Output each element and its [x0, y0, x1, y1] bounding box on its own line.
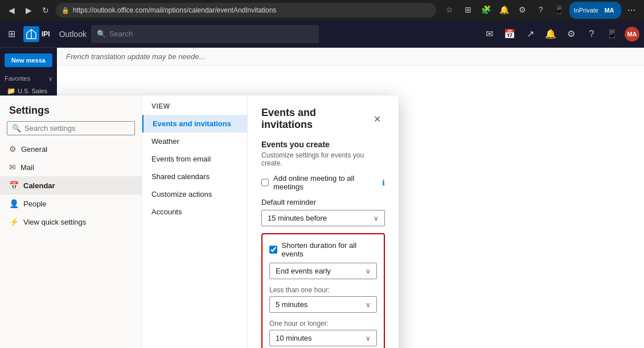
notify-button[interactable]: 🔔 [497, 2, 512, 18]
content-header-text: French translation update may be neede..… [66, 52, 205, 61]
less-than-hour-label: Less than one hour: [269, 286, 377, 294]
forward-button[interactable]: ▶ [22, 3, 35, 17]
default-reminder-label: Default reminder [261, 198, 385, 206]
main-layout: New messa Favorites ∨ 📁 U.S. Sales 📁 Dig… [0, 48, 644, 348]
settings-nav-mail[interactable]: ✉ Mail [0, 158, 142, 176]
shorten-duration-section: Shorten duration for all events End even… [261, 233, 385, 348]
settings-search-bar[interactable]: 🔍 [7, 121, 135, 135]
default-reminder-select[interactable]: 15 minutes before ∨ [261, 210, 385, 226]
star-button[interactable]: ☆ [442, 2, 458, 18]
url-bar[interactable]: 🔒 https://outlook.office.com/mail/option… [56, 3, 436, 18]
settings-content-title: Events and invitations [261, 107, 369, 131]
subnav-item-accounts[interactable]: Accounts [142, 203, 247, 221]
settings-nav-quick[interactable]: ⚡ View quick settings [0, 213, 142, 231]
grid-icon[interactable]: ⊞ [5, 25, 19, 43]
end-events-value: End events early [276, 267, 331, 275]
search-input[interactable] [109, 30, 313, 38]
logo-text: IPI [42, 30, 50, 38]
browser-bar: ◀ ▶ ↻ 🔒 https://outlook.office.com/mail/… [0, 0, 644, 20]
add-online-meeting-row: Add online meeting to all meetings ℹ [261, 174, 385, 191]
bell-icon-btn[interactable]: 🔔 [542, 25, 560, 43]
info-icon[interactable]: ℹ [382, 179, 385, 187]
settings-scrollable: Events and invitations ✕ Events you crea… [248, 96, 399, 348]
url-text: https://outlook.office.com/mail/options/… [73, 6, 276, 14]
subnav-item-events[interactable]: Events and invitations [142, 115, 247, 132]
browser-actions: ☆ ⊞ 🧩 🔔 ⚙ ? 📱 InPrivate MA ··· [442, 2, 639, 19]
mail-icon: ✉ [9, 163, 16, 172]
mail-icon-btn[interactable]: ✉ [480, 25, 498, 43]
settings-nav: Settings 🔍 ⚙ General ✉ Mail 📅 Calendar [0, 96, 142, 348]
settings-content-wrapper: Events and invitations ✕ Events you crea… [248, 96, 399, 348]
app-bar: ⊞ IPI Outlook 🔍 ✉ 📅 ↗ 🔔 ⚙ ? 📱 MA [0, 20, 644, 48]
subnav-item-weather[interactable]: Weather [142, 132, 247, 150]
shorten-duration-row: Shorten duration for all events [269, 241, 377, 258]
close-button[interactable]: ✕ [369, 111, 385, 127]
quick-icon: ⚡ [9, 217, 19, 226]
shorten-duration-checkbox[interactable] [269, 246, 277, 254]
subnav-item-customize[interactable]: Customize actions [142, 185, 247, 203]
content-header: French translation update may be neede..… [57, 48, 644, 66]
add-online-meeting-checkbox[interactable] [261, 179, 269, 187]
new-message-button[interactable]: New messa [5, 53, 52, 67]
subnav-item-shared[interactable]: Shared calendars [142, 168, 247, 185]
end-events-select[interactable]: End events early ∨ [269, 263, 377, 279]
favorites-header[interactable]: Favorites ∨ [0, 73, 57, 84]
less-than-hour-chevron: ∨ [366, 301, 371, 309]
settings-panel: Settings 🔍 ⚙ General ✉ Mail 📅 Calendar [0, 96, 399, 348]
less-than-hour-select[interactable]: 5 minutes ∨ [269, 296, 377, 313]
settings-search-input[interactable] [24, 124, 130, 132]
browser-menu-button[interactable]: ··· [624, 2, 639, 18]
lock-icon: 🔒 [61, 7, 69, 14]
settings-title: Settings [0, 96, 142, 121]
favorites-label: Favorites [5, 75, 30, 82]
add-online-meeting-label[interactable]: Add online meeting to all meetings [273, 174, 378, 191]
user-avatar[interactable]: MA [602, 3, 617, 18]
back-button[interactable]: ◀ [5, 3, 18, 17]
help-icon-btn[interactable]: ? [583, 25, 601, 43]
ipi-logo: IPI [23, 26, 50, 42]
default-reminder-chevron: ∨ [374, 214, 379, 222]
app-bar-actions: ✉ 📅 ↗ 🔔 ⚙ ? 📱 MA [480, 25, 639, 43]
app-name: Outlook [59, 30, 87, 39]
content-header-row: Events and invitations ✕ [261, 107, 385, 131]
favorites-chevron: ∨ [48, 76, 52, 82]
shorten-duration-label[interactable]: Shorten duration for all events [282, 241, 377, 258]
search-bar[interactable]: 🔍 [91, 25, 319, 43]
settings-nav-general[interactable]: ⚙ General [0, 140, 142, 158]
settings-icon-btn[interactable]: ⚙ [562, 25, 580, 43]
calendar-icon: 📅 [9, 181, 19, 190]
settings-overlay: Settings 🔍 ⚙ General ✉ Mail 📅 Calendar [0, 96, 644, 325]
one-hour-longer-label: One hour or longer: [269, 320, 377, 328]
mobile-icon-btn[interactable]: 📱 [603, 25, 621, 43]
calendar-icon-btn[interactable]: 📅 [501, 25, 519, 43]
refresh-button[interactable]: ↻ [39, 3, 52, 17]
events-create-desc: Customize settings for events you create… [261, 151, 385, 167]
settings-search-icon: 🔍 [12, 124, 21, 132]
ipi-logo-icon [23, 26, 39, 42]
events-create-title: Events you create [261, 140, 385, 149]
search-icon: 🔍 [97, 30, 106, 38]
settings-nav-people[interactable]: 👤 People [0, 194, 142, 213]
inprivate-badge: InPrivate MA [569, 2, 621, 19]
general-icon: ⚙ [9, 144, 17, 154]
help-button[interactable]: ? [533, 2, 549, 18]
less-than-hour-value: 5 minutes [276, 300, 307, 309]
settings-subnav: View Events and invitations Weather Even… [142, 96, 248, 348]
one-hour-longer-value: 10 minutes [276, 334, 312, 342]
folder-icon: 📁 [7, 87, 15, 95]
settings-nav-calendar[interactable]: 📅 Calendar [0, 176, 142, 194]
share-button[interactable]: 📱 [551, 2, 567, 18]
user-avatar-appbar[interactable]: MA [625, 27, 639, 42]
subnav-item-events-email[interactable]: Events from email [142, 150, 247, 168]
settings-button[interactable]: ⚙ [515, 2, 531, 18]
share-icon-btn[interactable]: ↗ [521, 25, 539, 43]
one-hour-longer-chevron: ∨ [366, 334, 371, 342]
people-icon: 👤 [9, 199, 19, 208]
extensions-button[interactable]: 🧩 [478, 2, 494, 18]
default-reminder-value: 15 minutes before [268, 214, 327, 222]
end-events-chevron: ∨ [366, 267, 371, 275]
settings-body: Events and invitations ✕ Events you crea… [248, 96, 399, 348]
one-hour-longer-select[interactable]: 10 minutes ∨ [269, 330, 377, 346]
collections-button[interactable]: ⊞ [460, 2, 476, 18]
subnav-header: View [142, 100, 247, 115]
